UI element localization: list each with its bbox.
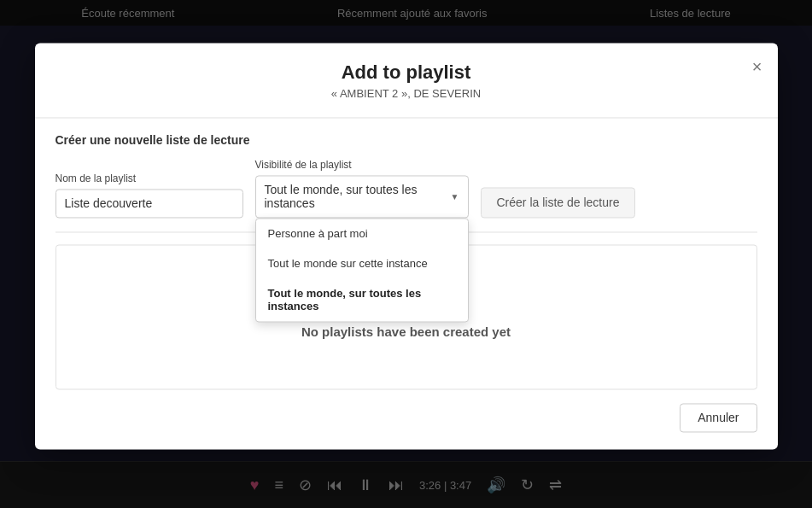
playlist-name-input[interactable] (55, 189, 243, 218)
visibility-label: Visibilité de la playlist (255, 159, 469, 171)
cancel-button[interactable]: Annuler (680, 403, 757, 432)
add-to-playlist-modal: Add to playlist « AMBIENT 2 », DE SEVERI… (35, 43, 778, 449)
modal-body: Créer une nouvelle liste de lecture Nom … (35, 118, 778, 389)
modal-subtitle: « AMBIENT 2 », DE SEVERIN (52, 87, 761, 100)
empty-playlists-text: No playlists have been created yet (301, 324, 511, 339)
dropdown-option-public[interactable]: Tout le monde, sur toutes les instances (256, 278, 468, 321)
dropdown-option-private[interactable]: Personne à part moi (256, 219, 468, 248)
visibility-select-wrapper: Tout le monde, sur toutes les instances … (255, 175, 469, 218)
playlist-name-group: Nom de la playlist (55, 172, 243, 218)
modal-footer: Annuler (35, 403, 778, 432)
visibility-select-button[interactable]: Tout le monde, sur toutes les instances (255, 175, 469, 218)
visibility-group: Visibilité de la playlist Tout le monde,… (255, 159, 469, 218)
modal-title: Add to playlist (52, 61, 761, 84)
modal-header: Add to playlist « AMBIENT 2 », DE SEVERI… (35, 43, 778, 105)
dropdown-option-instance[interactable]: Tout le monde sur cette instance (256, 248, 468, 278)
playlist-name-label: Nom de la playlist (55, 172, 243, 184)
create-playlist-button[interactable]: Créer la liste de lecture (481, 187, 636, 218)
create-playlist-form-row: Nom de la playlist Visibilité de la play… (55, 159, 757, 218)
visibility-dropdown-menu: Personne à part moi Tout le monde sur ce… (255, 218, 469, 322)
create-playlist-section-title: Créer une nouvelle liste de lecture (55, 133, 757, 147)
modal-close-button[interactable]: × (752, 58, 762, 75)
